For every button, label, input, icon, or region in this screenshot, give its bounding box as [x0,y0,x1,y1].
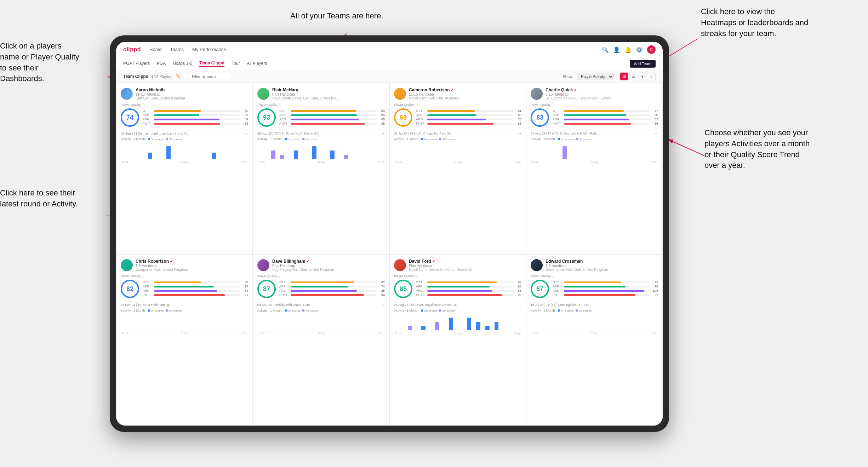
stat-label: PUTT [553,122,563,125]
person-icon[interactable]: 👤 [613,46,619,53]
sort-view-button[interactable]: ↕ [648,73,656,80]
sub-nav-pga[interactable]: PGA [157,61,166,67]
sub-nav-tour[interactable]: Tour [232,61,240,67]
round-info[interactable]: 02 Sep 23 | Sunrise round to get back in… [121,130,248,135]
quality-section: 83 OTT 77 APP 80 ARG 83 PUTT [531,108,658,127]
chart-label-end: 4 Sep [378,332,384,335]
stat-label: OTT [553,109,563,113]
chart-col [166,146,171,159]
stat-row: APP 80 [416,285,521,288]
legend-off-course: Off course [302,138,318,141]
legend-off-course: Off course [439,309,455,312]
quality-circle[interactable]: 74 [121,108,139,127]
quality-circle[interactable]: 82 [121,280,139,298]
player-card[interactable]: Blair McHarg Plus Handicap Royal North D… [253,83,389,254]
verified-icon: ✔ [451,88,453,92]
activity-legend: On course Off course [285,138,319,141]
player-card[interactable]: Cameron Robertson ✔ 11-15 Handicap Royal… [389,83,526,254]
round-info[interactable]: 07 Aug 23 | 77 (+7), St George's Hill GC… [531,130,658,135]
stat-label: ARG [416,289,426,292]
player-card[interactable]: Edward Crossman 1-5 Handicap Sunningdale… [526,254,663,426]
player-card[interactable]: David Ford ✔ Plus Handicap Royal North D… [389,254,526,426]
stat-label: ARG [553,118,563,121]
stat-bar-fill [291,281,354,283]
quality-circle[interactable]: 68 [394,108,412,127]
sub-nav-pgat[interactable]: PGAT Players [123,61,150,67]
filter-view-button[interactable]: ▼ [639,73,646,80]
mini-chart [121,314,248,331]
player-name[interactable]: David Ford ✔ [409,259,521,264]
sub-nav-all-players[interactable]: All Players [247,61,267,67]
sub-nav-hcaps[interactable]: Hcaps 1-5 [173,61,192,67]
settings-icon[interactable]: ⚙️ [636,46,642,53]
player-card[interactable]: Chris Robertson ✔ 1-5 Handicap Craigmill… [116,254,253,426]
chart-bar [294,150,298,159]
stat-label: ARG [279,118,289,121]
player-card[interactable]: Aaron Nicholls 11-15 Handicap Drift Golf… [116,83,253,254]
player-avatar [257,259,269,271]
bell-icon[interactable]: 🔔 [624,46,631,53]
round-arrow: → [381,131,385,135]
activity-label: Activity · 1 Month [121,137,145,141]
on-course-dot [421,309,423,312]
off-course-label: Off course [305,309,318,312]
annotation-left-bottom: Click here to see their latest round or … [0,188,78,210]
player-name[interactable]: Blair McHarg [272,87,385,92]
stat-value: 82 [378,280,385,284]
nav-home[interactable]: Home [149,47,162,52]
chart-col [330,150,335,159]
avatar-icon[interactable]: C [647,45,656,54]
nav-my-performance[interactable]: My Performance [192,47,226,52]
quality-circle[interactable]: 83 [531,108,549,127]
player-header: Dave Billingham ✔ Plus Handicap Sog Magi… [257,259,385,272]
chart-col [449,318,453,330]
player-card[interactable]: Charlie Quick ✔ 6-10 Handicap St. George… [526,83,663,254]
quality-circle[interactable]: 93 [257,108,276,127]
stat-bar-bg [154,286,240,287]
stat-bar-bg [564,294,650,296]
round-info[interactable]: 02 Jul 23 | 59 (+17), Craigmillar Park G… [394,130,521,135]
stat-bar-bg [291,286,376,287]
nav-teams[interactable]: Teams [170,47,184,52]
round-info[interactable]: 26 Aug 23 | 73 (+1), Royal North Devon G… [257,130,385,135]
stat-bar-fill [154,119,219,120]
quality-circle[interactable]: 85 [394,280,412,298]
quality-label: Player Quality ⓘ [394,103,521,107]
activity-header: Activity · 1 Month On course Off course [394,137,521,141]
verified-icon: ✔ [432,260,435,263]
filter-input[interactable] [189,73,231,80]
show-select[interactable]: Player Activity [577,73,614,80]
list-view-button[interactable]: ☰ [629,73,637,80]
player-card[interactable]: Dave Billingham ✔ Plus Handicap Sog Magi… [253,254,389,426]
quality-circle[interactable]: 87 [257,280,276,298]
stat-bar-fill [291,123,365,125]
stat-value: 73 [651,280,658,284]
add-team-button[interactable]: Add Team [630,60,656,68]
stat-value: 75 [514,118,521,121]
player-name[interactable]: Chris Robertson ✔ [136,259,248,264]
round-info[interactable]: 04 Sep 23 | Mobility with coach, Gym → [257,301,385,307]
round-info[interactable]: 03 Mar 23 | 19, Must make putting → [121,301,248,307]
activity-legend: On course Off course [148,138,182,141]
grid-view-button[interactable]: ⊞ [620,73,628,80]
svg-line-4 [669,140,704,156]
activity-section: Activity · 1 Month On course Off course [121,309,248,335]
player-name[interactable]: Cameron Robertson ✔ [409,87,521,92]
quality-circle[interactable]: 87 [531,280,549,298]
player-header: Chris Robertson ✔ 1-5 Handicap Craigmill… [121,259,248,272]
round-info[interactable]: 26 Aug 23 | 84 (+12), Royal North Devon … [394,301,521,307]
player-name[interactable]: Edward Crossman [546,259,658,264]
stat-label: APP [553,113,563,117]
quality-label: Player Quality ⓘ [257,103,385,107]
player-name[interactable]: Charlie Quick ✔ [546,87,658,92]
round-info[interactable]: 18 Jul 23 | 74 (+4), Sunningdale GC - Ol… [531,301,658,307]
edit-team-icon[interactable]: ✏️ [176,74,181,79]
search-icon[interactable]: 🔍 [602,46,608,53]
chart-x-labels: 31 Jul 21 Aug 4 Sep [531,332,658,335]
player-name[interactable]: Aaron Nicholls [136,87,248,92]
player-name[interactable]: Dave Billingham ✔ [272,259,385,264]
sub-nav-team-clippd[interactable]: Team Clippd [199,61,224,67]
stat-value: 92 [651,293,658,297]
chart-col [148,153,152,159]
round-arrow: → [655,303,658,307]
